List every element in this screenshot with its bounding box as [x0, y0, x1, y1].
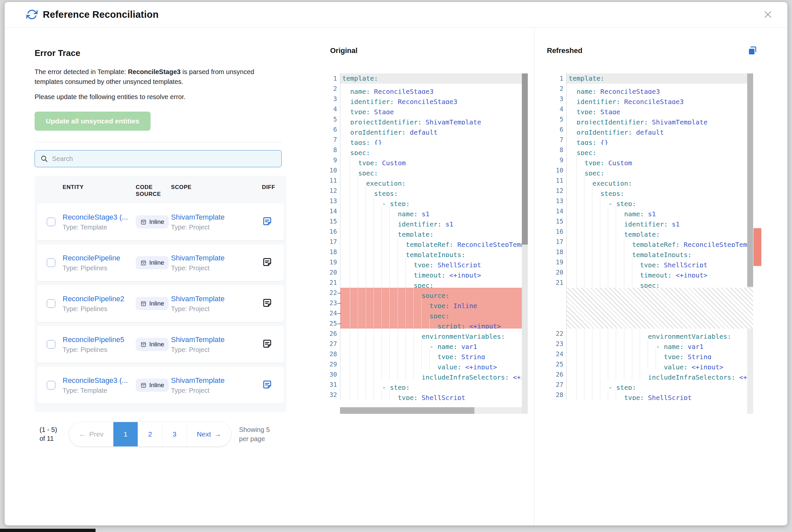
code-line: 22— source:: [326, 288, 528, 298]
line-content: name: s1: [340, 206, 528, 216]
table-row: ReconcileStage3 (... Type: Template Inli…: [37, 367, 284, 404]
diff-note-icon[interactable]: [262, 257, 273, 267]
page-number-button[interactable]: 1: [113, 422, 138, 446]
refresh-sync-icon: [26, 9, 38, 20]
code-line: 11 execution:: [552, 175, 753, 186]
page-number-button[interactable]: 3: [162, 422, 186, 446]
line-content: type: ShellScript: [340, 390, 528, 400]
error-desc-template-name: ReconcileStage3: [128, 68, 181, 75]
update-all-unsynced-entities-button[interactable]: Update all unsynced entities: [35, 112, 151, 131]
original-horizontal-scrollbar[interactable]: [340, 407, 522, 414]
refreshed-vertical-scrollbar[interactable]: [747, 73, 753, 414]
row-checkbox[interactable]: [47, 259, 55, 267]
error-desc-prefix: The error detected in Template:: [35, 68, 128, 75]
page-number-button[interactable]: 2: [138, 422, 162, 446]
entity-link[interactable]: ReconcilePipeline: [62, 254, 132, 262]
line-content: type: Inline: [340, 298, 528, 308]
code-line: 17 templateRef: ReconcileStepTempl: [552, 237, 753, 247]
line-content: - step:: [566, 196, 753, 206]
code-line: 10 spec:: [552, 165, 753, 175]
line-content: type: Custom: [340, 155, 528, 165]
diff-note-icon[interactable]: [262, 379, 273, 390]
line-content: type: ShellScript: [566, 390, 753, 400]
line-number: 17: [552, 237, 566, 247]
line-content: execution:: [566, 175, 753, 186]
line-number: 1: [326, 73, 340, 83]
diff-note-icon[interactable]: [262, 298, 273, 308]
line-content: timeout: <+input>: [340, 267, 528, 278]
column-header: CODE SOURCE: [136, 184, 164, 197]
original-vertical-scrollbar[interactable]: [522, 73, 528, 414]
line-number: 11: [326, 175, 340, 186]
code-line: 27 - step:: [552, 380, 753, 390]
row-checkbox[interactable]: [47, 381, 55, 390]
entity-link[interactable]: ReconcileStage3 (...: [62, 213, 132, 222]
line-content: value: <+input>: [340, 359, 528, 369]
line-number: 18: [326, 247, 340, 257]
inline-store-icon: [140, 260, 147, 266]
dialog-title: Reference Reconciliation: [43, 9, 159, 20]
diff-note-icon[interactable]: [262, 216, 273, 227]
line-number: 19: [326, 257, 340, 267]
code-line: 21 spec:: [326, 278, 528, 288]
close-icon[interactable]: [762, 9, 774, 20]
line-number: 13: [552, 196, 566, 206]
code-line: 16 template:: [552, 227, 753, 237]
inline-store-icon: [140, 219, 147, 225]
code-source-label: Inline: [149, 300, 164, 307]
line-number: 28: [552, 390, 566, 400]
refreshed-pane-header: Refreshed: [534, 28, 787, 73]
prev-page-button[interactable]: ←Prev: [69, 422, 113, 446]
row-checkbox[interactable]: [47, 217, 55, 226]
pagination-range: (1 - 5) of 11: [39, 425, 60, 443]
scope-link[interactable]: ShivamTemplate: [171, 376, 240, 385]
inline-store-icon: [140, 341, 147, 348]
line-content: type: Custom: [566, 155, 753, 165]
line-number: 16: [552, 227, 566, 237]
code-line: 11 execution:: [326, 175, 528, 186]
entity-type-label: Type: Template: [62, 224, 136, 231]
code-line: 27 - name: var1: [326, 339, 528, 349]
copy-icon[interactable]: [747, 45, 758, 56]
table-header-row: ENTITYCODE SOURCESCOPEDIFF: [35, 180, 287, 204]
prev-label: Prev: [89, 430, 104, 438]
code-line: 25— script: <+input>: [326, 318, 528, 328]
search-input[interactable]: [52, 155, 276, 163]
row-checkbox[interactable]: [47, 299, 55, 308]
scope-link[interactable]: ShivamTemplate: [171, 254, 240, 262]
refreshed-code-editor[interactable]: 1 template: 2 name: ReconcileStage3 3 id…: [552, 73, 753, 414]
entity-link[interactable]: ReconcilePipeline5: [62, 336, 132, 344]
line-content: includeInfraSelectors: <+in: [340, 369, 528, 380]
table-rows-container: ReconcileStage3 (... Type: Template Inli…: [35, 204, 287, 404]
scope-link[interactable]: ShivamTemplate: [171, 336, 240, 344]
entity-type-label: Type: Pipelines: [62, 346, 136, 354]
line-number: 25: [552, 359, 566, 369]
diff-overview-marker: [753, 228, 761, 266]
code-line: 9 type: Custom: [326, 155, 528, 165]
scope-link[interactable]: ShivamTemplate: [171, 294, 240, 303]
row-checkbox[interactable]: [47, 340, 55, 349]
line-number: 3: [552, 94, 566, 104]
code-line: 12 steps:: [552, 186, 753, 196]
scope-type-label: Type: Project: [171, 264, 262, 272]
diff-note-icon[interactable]: [262, 338, 273, 349]
code-line: 13 - step:: [552, 196, 753, 206]
inline-store-icon: [140, 382, 147, 388]
code-line: 24— spec:: [326, 308, 528, 318]
original-horizontal-scrollbar-thumb[interactable]: [340, 407, 474, 414]
code-line: 31 - step:: [326, 380, 528, 390]
code-line: 26 includeInfraSelectors: <+in: [552, 369, 753, 380]
line-content: type: String: [566, 349, 753, 359]
code-line: 14 name: s1: [326, 206, 528, 216]
scope-link[interactable]: ShivamTemplate: [171, 213, 240, 222]
refreshed-vertical-scrollbar-thumb[interactable]: [747, 73, 753, 287]
original-code-editor[interactable]: 1 template: 2 name: ReconcileStage3 3 id…: [326, 73, 528, 414]
entity-link[interactable]: ReconcileStage3 (...: [62, 376, 132, 385]
line-number: 17: [326, 237, 340, 247]
line-number: 4: [326, 104, 340, 114]
column-header: DIFF: [262, 184, 287, 191]
original-vertical-scrollbar-thumb[interactable]: [522, 73, 528, 245]
next-page-button[interactable]: Next→: [186, 422, 231, 446]
diff-region: Original 1 template: 2 name: ReconcileSt…: [316, 28, 787, 526]
entity-link[interactable]: ReconcilePipeline2: [62, 294, 132, 303]
